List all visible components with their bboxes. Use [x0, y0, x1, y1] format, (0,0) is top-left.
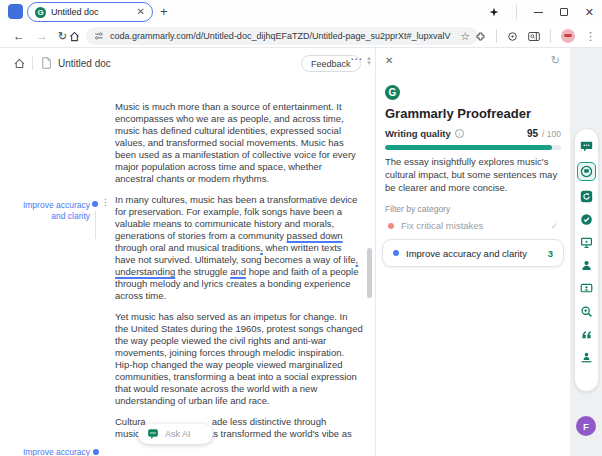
citations-icon[interactable] — [579, 327, 594, 342]
url-text[interactable]: coda.grammarly.com/d/Untitled-doc_dijhqE… — [110, 31, 454, 41]
doc-title[interactable]: Untitled doc — [58, 58, 111, 69]
screen-share-icon[interactable] — [579, 281, 594, 296]
suggestion-underline[interactable]: passed down — [287, 230, 343, 241]
bookmark-star-icon[interactable]: ☆ — [460, 30, 470, 43]
browser-tab-active[interactable]: G Untitled doc ✕ — [27, 2, 153, 22]
side-panel-icon[interactable] — [528, 31, 540, 42]
toolbar-actions: ⋮ — [475, 24, 596, 48]
margin-suggestion-label[interactable]: Improve accuracy and clarity — [10, 200, 90, 221]
url-bar[interactable]: coda.grammarly.com/d/Untitled-doc_dijhqE… — [86, 27, 478, 45]
text-run: through oral and musical traditions — [115, 242, 260, 253]
divider — [32, 56, 33, 70]
window-controls: ✕ — [489, 0, 594, 24]
suggestion-count-badge: 3 — [548, 248, 553, 259]
filter-row-critical[interactable]: Fix critical mistakes ✓ — [388, 220, 558, 231]
suggestion-menu-icon[interactable]: ⋮ — [101, 197, 110, 207]
quality-score: 95 — [527, 128, 538, 139]
reload-icon[interactable]: ↻ — [58, 24, 67, 48]
grammarly-logo-icon: G — [385, 85, 400, 100]
suggestion-dot[interactable] — [92, 201, 98, 207]
grammarly-rail — [574, 128, 599, 392]
ask-ai-bubble-icon — [147, 428, 159, 440]
paragraph-1[interactable]: Music is much more than a source of ente… — [115, 101, 363, 185]
back-icon[interactable]: ← — [13, 24, 25, 48]
account-avatar[interactable]: F — [576, 416, 596, 436]
scroll-up-caret-icon[interactable]: ▲▼ — [366, 56, 372, 66]
close-window-button[interactable]: ✕ — [585, 7, 594, 18]
suggestion-dot-bottom[interactable] — [93, 449, 99, 455]
divider — [550, 29, 551, 43]
margin-suggestion-label-bottom[interactable]: Improve accuracy — [10, 447, 90, 456]
checker-icon[interactable] — [579, 212, 594, 227]
new-tab-button[interactable]: + — [160, 4, 168, 19]
panel-refresh-icon[interactable]: ↻ — [551, 54, 560, 67]
browser-toolbar: ← → ↻ coda.grammarly.com/d/Untitled-doc_… — [0, 24, 602, 48]
grammarly-panel: ✕ ↻ G Grammarly Proofreader Writing qual… — [375, 48, 570, 456]
filter-card-accuracy[interactable]: Improve accuracy and clarity 3 — [382, 239, 564, 267]
ask-ai-button[interactable]: Ask AI — [138, 424, 213, 444]
extension-rail-strip: F — [570, 48, 602, 456]
suggestion-connector — [95, 211, 96, 239]
browser-tab-strip: G Untitled doc ✕ + ✕ — [0, 0, 602, 24]
suggestion-underline[interactable]: , — [356, 254, 359, 265]
profile-avatar[interactable] — [561, 29, 575, 43]
critical-dot — [388, 223, 394, 229]
document-canvas[interactable]: Music is much more than a source of ente… — [0, 78, 375, 456]
app-home-icon[interactable] — [13, 57, 26, 70]
document-text-column[interactable]: Music is much more than a source of ente… — [115, 101, 363, 449]
ask-ai-label: Ask AI — [165, 429, 191, 439]
text-run: the struggle — [175, 266, 230, 277]
sparkle-icon[interactable] — [489, 7, 499, 17]
info-icon[interactable]: i — [455, 129, 464, 138]
tone-icon[interactable] — [579, 258, 594, 273]
panel-title: Grammarly Proofreader — [385, 106, 531, 121]
lens-icon[interactable] — [507, 31, 518, 42]
suggestion-underline[interactable]: understanding — [115, 266, 175, 277]
site-info-icon[interactable] — [94, 31, 104, 41]
comment-icon[interactable] — [579, 139, 594, 154]
suggestion-underline[interactable]: and — [230, 266, 246, 277]
tab-close-icon[interactable]: ✕ — [137, 7, 145, 17]
proofreader-icon[interactable] — [577, 162, 596, 181]
doc-more-menu-icon[interactable]: ⋯ — [350, 52, 363, 66]
grammarly-favicon-icon: G — [35, 7, 46, 18]
presentation-icon[interactable] — [579, 235, 594, 250]
divider — [496, 29, 497, 43]
paragraph-4-right: ade less distinctive through — [212, 416, 327, 427]
maximize-button[interactable] — [560, 8, 568, 16]
quality-progress-track — [385, 145, 561, 150]
paraphrase-icon[interactable] — [579, 189, 594, 204]
extensions-icon[interactable] — [475, 31, 486, 42]
tab-strip-shortcut[interactable] — [8, 4, 23, 19]
minimize-button[interactable] — [534, 12, 543, 13]
check-icon: ✓ — [550, 221, 558, 231]
quality-progress-fill — [385, 145, 552, 150]
panel-close-icon[interactable]: ✕ — [385, 55, 393, 66]
doc-page-icon — [41, 57, 52, 69]
quality-summary: The essay insightfully explores music's … — [385, 155, 558, 194]
search-icon[interactable] — [579, 304, 594, 319]
divider — [516, 5, 517, 19]
writing-quality-label: Writing quality — [385, 128, 451, 139]
filter-accuracy-label: Improve accuracy and clarity — [406, 248, 527, 259]
expert-help-icon[interactable] — [579, 350, 594, 365]
browser-menu-icon[interactable]: ⋮ — [585, 30, 596, 43]
filter-by-category-label: Filter by category — [385, 204, 450, 214]
filter-critical-label: Fix critical mistakes — [401, 220, 483, 231]
browser-window: G Untitled doc ✕ + ✕ ← → ↻ coda.grammarl… — [0, 0, 602, 456]
accuracy-dot — [393, 250, 399, 256]
home-icon[interactable] — [68, 24, 81, 48]
coda-app-header: Untitled doc Feedback ⋯ ▲▼ — [0, 48, 375, 78]
paragraph-2[interactable]: In many cultures, music has been a trans… — [115, 194, 363, 302]
paragraph-3[interactable]: Yet music has also served as an impetus … — [115, 311, 363, 407]
document-scrollbar[interactable] — [367, 248, 372, 298]
writing-quality-row: Writing quality i 95 / 100 — [385, 128, 561, 139]
tab-title: Untitled doc — [51, 7, 132, 17]
forward-icon[interactable]: → — [36, 24, 48, 48]
quality-score-total: / 100 — [542, 129, 561, 139]
